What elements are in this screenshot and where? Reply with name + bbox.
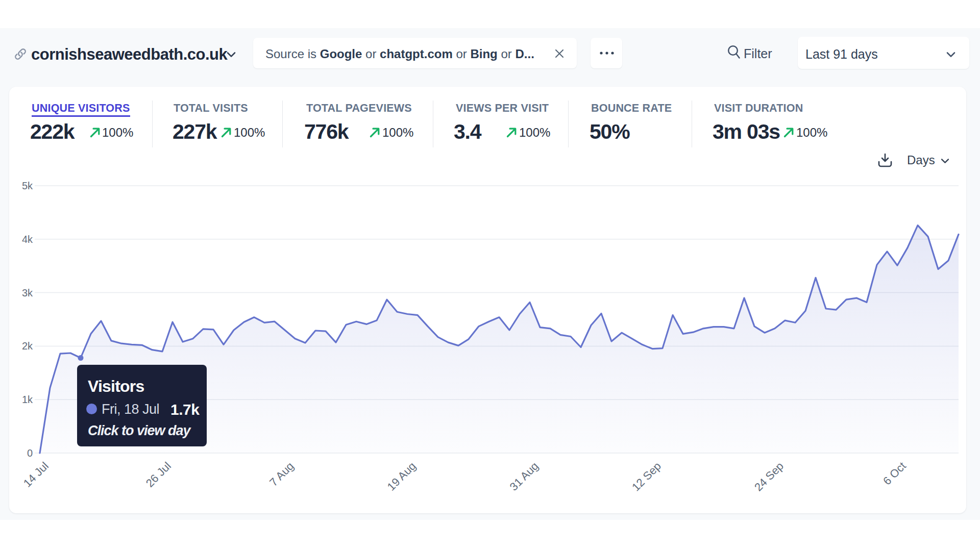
svg-text:3k: 3k: [22, 287, 33, 298]
svg-text:0: 0: [27, 447, 33, 459]
svg-text:2k: 2k: [22, 340, 33, 352]
svg-text:5k: 5k: [22, 180, 33, 191]
svg-text:1k: 1k: [22, 394, 33, 405]
svg-text:4k: 4k: [22, 234, 33, 245]
